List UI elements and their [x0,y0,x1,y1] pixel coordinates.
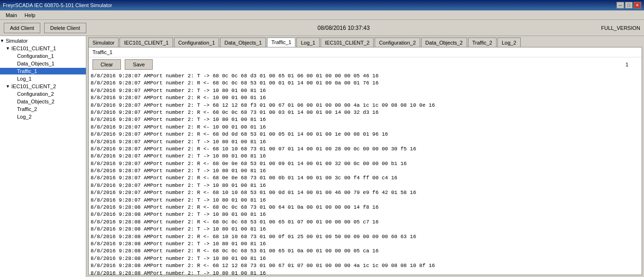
sidebar: ▼Simulator▼IEC101_CLIENT_1Configuration_… [0,36,86,277]
menu-help[interactable]: Help [21,12,39,18]
sidebar-item-data_objects_2[interactable]: Data_Objects_2 [0,98,86,105]
log-line: 8/8/2016 9:28:07 AMPort number 2: T -> 6… [91,73,640,80]
log-area[interactable]: 8/8/2016 9:28:07 AMPort number 2: T -> 6… [89,72,642,275]
log-line: 8/8/2016 9:28:08 AMPort number 2: R <- 6… [91,248,640,255]
add-client-button[interactable]: Add Client [4,23,40,33]
sidebar-item-configuration_1[interactable]: Configuration_1 [0,52,86,60]
log-line: 8/8/2016 9:28:07 AMPort number 2: R <- 6… [91,109,640,116]
sidebar-item-label-iec101_client_1: IEC101_CLIENT_1 [11,46,56,51]
tab-log_2[interactable]: Log_2 [497,37,521,47]
sidebar-item-data_objects_1[interactable]: Data_Objects_1 [0,60,86,67]
expand-icon-iec101_client_2: ▼ [6,84,10,89]
log-line: 8/8/2016 9:28:08 AMPort number 2: R <- 6… [91,262,640,269]
window-controls: ─ □ ✕ [616,2,641,9]
log-line: 8/8/2016 9:28:08 AMPort number 2: R <- 6… [91,204,640,211]
sidebar-item-label-log_2: Log_2 [17,114,32,120]
log-line: 8/8/2016 9:28:07 AMPort number 2: T -> 1… [91,182,640,189]
log-line: 8/8/2016 9:28:08 AMPort number 2: T -> 1… [91,270,640,275]
tab-bar: SimulatorIEC101_CLIENT_1Configuration_1D… [86,36,644,47]
maximize-button[interactable]: □ [625,2,633,9]
sidebar-item-traffic_1[interactable]: Traffic_1 [0,67,86,75]
menu-bar: Main Help [0,10,644,20]
app-title: FreyrSCADA IEC 60870-5-101 Client Simula… [3,2,112,8]
log-line: 8/8/2016 9:28:07 AMPort number 2: R <- 1… [91,94,640,102]
log-line: 8/8/2016 9:28:07 AMPort number 2: R <- 6… [91,131,640,138]
log-line: 8/8/2016 9:28:07 AMPort number 2: T -> 1… [91,167,640,175]
tab-data_objects_2[interactable]: Data_Objects_2 [421,37,467,47]
sidebar-item-label-data_objects_2: Data_Objects_2 [17,99,55,104]
tab-traffic_1[interactable]: Traffic_1 [267,37,295,47]
log-line: 8/8/2016 9:28:08 AMPort number 2: T -> 1… [91,240,640,248]
delete-client-button[interactable]: Delete Client [44,23,86,33]
log-line: 8/8/2016 9:28:07 AMPort number 2: R <- 6… [91,80,640,87]
sidebar-item-label-traffic_2: Traffic_2 [17,106,37,112]
sidebar-item-label-configuration_2: Configuration_2 [17,91,54,97]
tab-content: Traffic_1 Clear Save 1 8/8/2016 9:28:07 … [88,47,642,275]
log-line: 8/8/2016 9:28:07 AMPort number 2: T -> 1… [91,153,640,160]
sidebar-item-label-simulator: Simulator [6,38,28,44]
log-line: 8/8/2016 9:28:07 AMPort number 2: R <- 6… [91,146,640,153]
sidebar-item-log_2[interactable]: Log_2 [0,113,86,120]
menu-main[interactable]: Main [2,12,21,18]
expand-icon-simulator: ▼ [0,38,5,43]
log-line: 8/8/2016 9:28:07 AMPort number 2: T -> 1… [91,138,640,146]
clear-button[interactable]: Clear [92,59,121,70]
log-line: 8/8/2016 9:28:08 AMPort number 2: R <- 6… [91,233,640,240]
tab-simulator[interactable]: Simulator [88,37,119,47]
log-line: 8/8/2016 9:28:07 AMPort number 2: T -> 6… [91,102,640,109]
minimize-button[interactable]: ─ [616,2,624,9]
log-line: 8/8/2016 9:28:08 AMPort number 2: T -> 1… [91,211,640,218]
sidebar-item-label-data_objects_1: Data_Objects_1 [17,61,55,66]
sidebar-item-log_1[interactable]: Log_1 [0,75,86,83]
main-layout: ▼Simulator▼IEC101_CLIENT_1Configuration_… [0,36,644,277]
expand-icon-iec101_client_1: ▼ [6,46,10,51]
traffic-counter: 1 [626,62,638,67]
traffic-panel-title: Traffic_1 [89,47,642,57]
log-line: 8/8/2016 9:28:07 AMPort number 2: R <- 6… [91,175,640,182]
datetime-display: 08/08/2016 10:37:43 [90,25,598,31]
log-line: 8/8/2016 9:28:07 AMPort number 2: T -> 1… [91,197,640,204]
sidebar-item-label-configuration_1: Configuration_1 [17,53,54,59]
traffic-toolbar: Clear Save 1 [89,57,642,72]
sidebar-item-label-traffic_1: Traffic_1 [17,68,37,74]
sidebar-item-label-iec101_client_2: IEC101_CLIENT_2 [11,83,56,89]
log-line: 8/8/2016 9:28:07 AMPort number 2: R <- 6… [91,160,640,167]
toolbar: Add Client Delete Client 08/08/2016 10:3… [0,20,644,36]
sidebar-item-iec101_client_2[interactable]: ▼IEC101_CLIENT_2 [0,83,86,90]
tab-traffic_2[interactable]: Traffic_2 [468,37,497,47]
log-line: 8/8/2016 9:28:07 AMPort number 2: R <- 6… [91,189,640,196]
sidebar-item-traffic_2[interactable]: Traffic_2 [0,105,86,113]
log-line: 8/8/2016 9:28:08 AMPort number 2: T -> 1… [91,255,640,262]
log-line: 8/8/2016 9:28:08 AMPort number 2: R <- 6… [91,219,640,226]
tab-iec101_client_1[interactable]: IEC101_CLIENT_1 [120,37,173,47]
tab-data_objects_1[interactable]: Data_Objects_1 [220,37,266,47]
log-line: 8/8/2016 9:28:07 AMPort number 2: T -> 1… [91,87,640,94]
version-display: FULL_VERSION [601,25,640,31]
tab-configuration_1[interactable]: Configuration_1 [174,37,220,47]
close-button[interactable]: ✕ [634,2,641,9]
sidebar-item-configuration_2[interactable]: Configuration_2 [0,90,86,98]
sidebar-item-label-log_1: Log_1 [17,76,32,82]
tab-log_1[interactable]: Log_1 [296,37,320,47]
title-bar: FreyrSCADA IEC 60870-5-101 Client Simula… [0,0,644,10]
content-area: SimulatorIEC101_CLIENT_1Configuration_1D… [86,36,644,277]
sidebar-item-simulator[interactable]: ▼Simulator [0,37,86,45]
sidebar-item-iec101_client_1[interactable]: ▼IEC101_CLIENT_1 [0,45,86,52]
tab-iec101_client_2[interactable]: IEC101_CLIENT_2 [321,37,374,47]
log-line: 8/8/2016 9:28:08 AMPort number 2: T -> 1… [91,226,640,233]
save-button[interactable]: Save [125,59,153,70]
tab-configuration_2[interactable]: Configuration_2 [375,37,420,47]
log-line: 8/8/2016 9:28:07 AMPort number 2: R <- 1… [91,124,640,131]
log-line: 8/8/2016 9:28:07 AMPort number 2: T -> 1… [91,116,640,123]
